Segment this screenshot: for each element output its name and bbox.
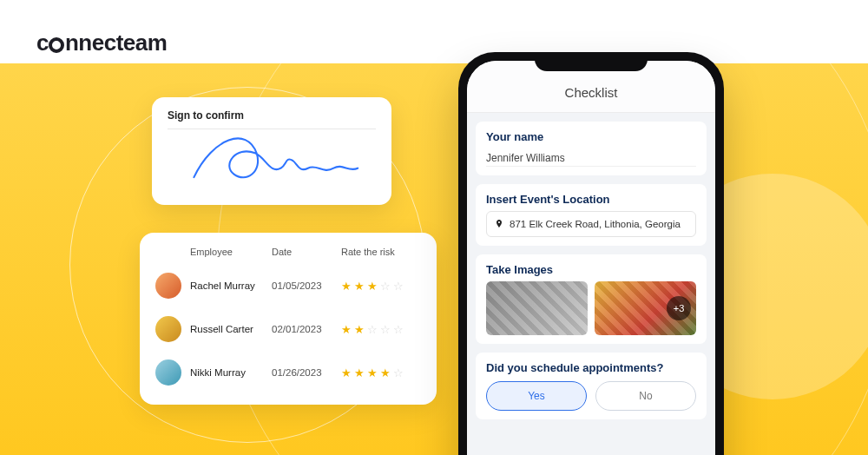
- images-section: Take Images +3: [476, 254, 707, 344]
- star-icon: ☆: [367, 323, 378, 336]
- image-thumb[interactable]: +3: [595, 281, 696, 335]
- star-icon: ★: [341, 323, 352, 336]
- employee-date: 01/05/2023: [272, 280, 336, 291]
- star-icon: ★: [367, 280, 378, 293]
- table-row: Rachel Murray 01/05/2023 ★★★☆☆: [155, 264, 421, 307]
- star-icon: ★: [354, 323, 365, 336]
- app-title: Checklist: [467, 61, 715, 113]
- table-row: Nikki Murray 01/26/2023 ★★★★☆: [155, 351, 421, 394]
- col-date: Date: [272, 247, 336, 257]
- phone-mockup: Checklist Your name Jennifer Williams In…: [458, 52, 724, 455]
- map-pin-icon: [494, 219, 504, 229]
- name-field[interactable]: Jennifer Williams: [486, 148, 696, 167]
- star-icon: ☆: [393, 323, 404, 336]
- signature-title: Sign to confirm: [168, 109, 376, 129]
- employee-date: 01/26/2023: [272, 367, 336, 378]
- images-label: Take Images: [486, 263, 696, 276]
- avatar: [155, 316, 181, 342]
- table-header: Employee Date Rate the risk: [155, 245, 421, 264]
- employee-date: 02/01/2023: [272, 324, 336, 334]
- avatar: [155, 359, 181, 386]
- more-images-badge[interactable]: +3: [667, 296, 691, 320]
- name-label: Your name: [486, 130, 696, 143]
- rating-stars: ★★★☆☆: [341, 280, 421, 293]
- signature-drawing[interactable]: [168, 129, 376, 192]
- star-icon: ★: [354, 280, 365, 293]
- phone-screen: Checklist Your name Jennifer Williams In…: [467, 61, 715, 455]
- col-employee: Employee: [190, 247, 266, 257]
- avatar: [155, 273, 181, 299]
- star-icon: ☆: [380, 280, 391, 293]
- brand-logo: cnnecteam: [36, 30, 167, 56]
- no-button[interactable]: No: [595, 381, 696, 411]
- star-icon: ★: [341, 280, 352, 293]
- logo-ring-icon: [49, 37, 64, 53]
- location-value: 871 Elk Creek Road, Lithonia, Georgia: [510, 219, 681, 229]
- table-row: Russell Carter 02/01/2023 ★★☆☆☆: [155, 307, 421, 351]
- star-icon: ☆: [393, 280, 404, 293]
- image-thumb[interactable]: [486, 281, 588, 335]
- appointments-section: Did you schedule appointments? Yes No: [476, 353, 707, 419]
- employee-name: Russell Carter: [190, 324, 266, 334]
- star-icon: ★: [367, 366, 378, 379]
- location-field[interactable]: 871 Elk Creek Road, Lithonia, Georgia: [486, 211, 696, 237]
- name-section: Your name Jennifer Williams: [476, 122, 707, 175]
- yes-button[interactable]: Yes: [486, 381, 587, 411]
- star-icon: ★: [380, 366, 391, 379]
- star-icon: ★: [341, 366, 352, 379]
- location-label: Insert Event's Location: [486, 193, 696, 206]
- col-rate: Rate the risk: [341, 247, 421, 257]
- star-icon: ★: [354, 366, 365, 379]
- star-icon: ☆: [380, 323, 391, 336]
- location-section: Insert Event's Location 871 Elk Creek Ro…: [476, 184, 707, 246]
- employee-name: Nikki Murray: [190, 367, 266, 378]
- rating-stars: ★★☆☆☆: [341, 323, 421, 336]
- star-icon: ☆: [393, 366, 404, 379]
- employee-name: Rachel Murray: [190, 280, 266, 291]
- risk-table-card: Employee Date Rate the risk Rachel Murra…: [140, 233, 437, 405]
- signature-card: Sign to confirm: [152, 97, 391, 205]
- appointments-label: Did you schedule appointments?: [486, 361, 696, 374]
- rating-stars: ★★★★☆: [341, 366, 421, 379]
